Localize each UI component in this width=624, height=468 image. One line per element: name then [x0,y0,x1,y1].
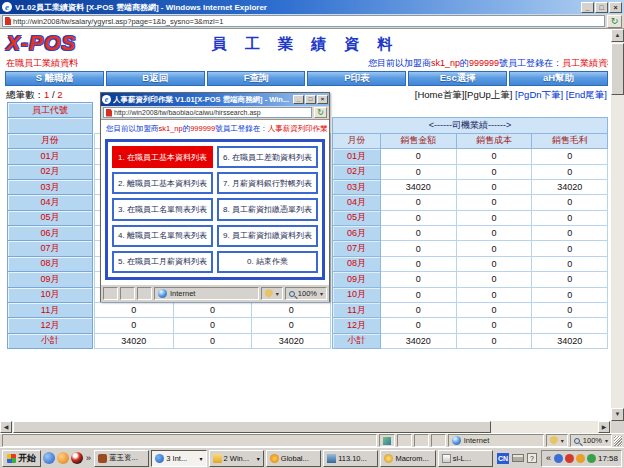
status-segment [120,287,135,300]
taskbar-window-button[interactable]: 2 Win... ▾ [209,450,264,467]
data-cell: 0 [252,318,331,333]
browser-status-bar: Internet ▾ 100% ▾ [0,433,624,447]
quick-launch-messenger-icon[interactable] [57,452,69,464]
taskbar-button-icon [213,454,222,463]
language-indicator[interactable]: CN [497,453,509,464]
tray-icon[interactable] [565,454,574,463]
zoom-panel[interactable]: 100% ▾ [570,434,612,447]
taskbar-button-icon [384,454,393,463]
zoom-panel[interactable]: 100% ▾ [285,287,327,300]
month-column-header: 月份 [7,133,93,149]
report-menu-item[interactable]: 8. 員工薪資扣繳憑單列表 [217,198,318,220]
taskbar-window-button[interactable]: sl-L... ▾ [438,450,493,467]
tray-icon[interactable] [554,454,563,463]
scroll-down-button[interactable]: ▼ [611,408,624,421]
popup-url-input[interactable]: http://win2008/tw/baobiao/caiwu/hirssear… [103,107,312,118]
spacer-cell [7,117,93,133]
sales-amount-cell: 0 [381,288,457,303]
sales-profit-cell: 0 [532,165,608,180]
menu-button[interactable]: S 離職檔 [5,71,104,86]
menu-button[interactable]: F查詢 [207,71,306,86]
nav-hint: [PgUp上筆] [464,89,512,100]
status-segment [414,434,429,447]
horizontal-scroll-thumb[interactable] [13,421,491,433]
scroll-right-button[interactable]: ▶ [598,421,610,433]
start-label: 开始 [18,452,36,465]
menu-button[interactable]: P印表 [307,71,406,86]
taskbar-window-button[interactable]: 113.10... ▾ [323,450,378,467]
taskbar-button-icon [270,454,279,463]
sales-cost-cell: 0 [457,226,533,241]
report-menu-item[interactable]: 4. 離職員工名單簡表列表 [112,225,213,247]
help-icon[interactable]: ? [527,453,537,463]
sales-cost-cell: 0 [457,165,533,180]
zoom-level-text: 100% [583,436,602,445]
report-menu-item[interactable]: 3. 在職員工名單簡表列表 [112,198,213,220]
quick-launch-qq-icon[interactable] [71,452,83,464]
status-zone-panel: Internet [154,287,259,300]
report-menu-item[interactable]: 1. 在職員工基本資料列表 [112,146,213,168]
report-menu-item[interactable]: 6. 在職員工差勤資料列表 [217,146,318,168]
taskbar-button-label: Macrom... [395,454,428,463]
popup-refresh-button[interactable]: ↻ [314,107,327,118]
nav-hint: [PgDn下筆] [512,89,563,100]
menu-button[interactable]: B返回 [106,71,205,86]
report-menu-item[interactable]: 7. 月薪資料銀行對帳列表 [217,172,318,194]
taskbar-window-button[interactable]: 蓝玉资... ▾ [94,450,149,467]
restore-button[interactable]: □ [595,2,608,13]
status-segment [137,287,152,300]
sales-profit-cell: 0 [532,288,608,303]
sales-amount-cell: 0 [381,165,457,180]
minimize-button[interactable]: _ [581,2,594,13]
menu-button[interactable]: Esc選擇 [408,71,507,86]
popup-titlebar[interactable]: e 人事薪資列印作業 V1.01[X-POS 雲端商務網] - Win... _… [101,93,329,106]
taskbar-indicator-area: CN ? [495,453,539,464]
menu-button[interactable]: aH幫助 [509,71,608,86]
tray-collapse-chevron[interactable]: « [545,453,552,463]
popup-minimize-button[interactable]: _ [293,95,304,104]
taskbar-window-button[interactable]: 3 Int... ▾ [151,450,206,467]
start-button[interactable]: 开始 [2,450,41,467]
month-label-cell: 01月 [333,149,381,164]
vertical-scrollbar[interactable]: ▲ ▼ [611,29,624,421]
data-cell: 0 [95,303,174,318]
report-menu-item[interactable]: 0. 結束作業 [217,251,318,273]
resize-grip[interactable] [614,436,622,446]
taskbar-window-button[interactable]: Macrom... ▾ [380,450,435,467]
sales-profit-cell: 34020 [532,334,608,349]
sales-cost-cell: 0 [457,334,533,349]
taskbar-window-button[interactable]: Global... ▾ [266,450,321,467]
vertical-scroll-thumb[interactable] [611,43,624,95]
login-prefix: 您目前以加盟商 [368,58,431,68]
protected-mode-panel[interactable]: ▾ [261,287,283,300]
sales-cost-cell: 0 [457,257,533,272]
horizontal-scrollbar[interactable]: ◀ ▶ [0,421,611,433]
month-label-cell: 小計 [333,334,381,349]
month-label-cell: 12月 [7,317,93,333]
month-label-cell: 06月 [7,225,93,241]
sales-profit-cell: 0 [532,257,608,272]
page-title: 員 工 業 績 資 料 [150,35,461,54]
quick-launch-overflow-chevron[interactable]: » [85,453,92,463]
popup-close-button[interactable]: × [317,95,328,104]
scroll-left-button[interactable]: ◀ [0,421,12,433]
tray-icon[interactable] [587,454,596,463]
popup-restore-button[interactable]: □ [305,95,316,104]
month-label-cell: 04月 [7,194,93,210]
url-input[interactable]: http://win2008/tw/salary/ygyrsl.asp?page… [2,15,605,27]
protected-mode-panel[interactable]: ▾ [546,434,568,447]
sales-cost-cell: 0 [457,303,533,318]
popup-title: 人事薪資列印作業 V1.01[X-POS 雲端商務網] - Win... [113,95,293,105]
report-menu-item[interactable]: 5. 在職員工月薪資料列表 [112,251,213,273]
report-menu-item[interactable]: 9. 員工薪資扣繳資料列表 [217,225,318,247]
sales-amount-cell: 0 [381,149,457,164]
report-menu-item[interactable]: 2. 離職員工基本資料列表 [112,172,213,194]
month-label-cell: 09月 [333,272,381,287]
close-button[interactable]: × [609,2,622,13]
scroll-up-button[interactable]: ▲ [611,29,624,42]
login-emp-no: 999999 [469,58,499,68]
printer-icon[interactable] [512,454,524,462]
refresh-button[interactable]: ↻ [607,15,622,28]
quick-launch-ie-icon[interactable] [43,452,55,464]
tray-icon[interactable] [576,454,585,463]
